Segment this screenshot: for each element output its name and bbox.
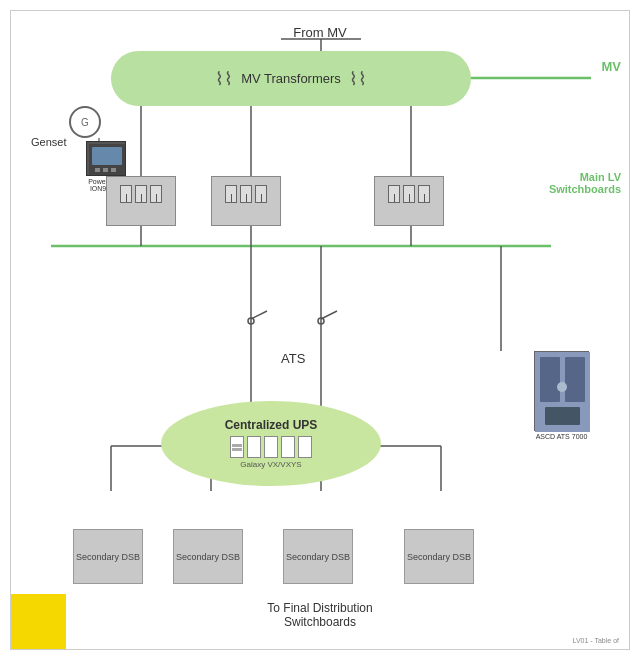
sw-box-2 [211,176,281,226]
svg-rect-33 [103,168,108,172]
ascd-label: ASCD ATS 7000 [524,433,599,440]
genset-label: Genset [31,136,66,148]
secondary-dsb-1: Secondary DSB [73,529,143,584]
powerlogic-svg [87,142,127,177]
svg-rect-37 [565,357,585,402]
sw-box-3 [374,176,444,226]
secondary-dsb-4: Secondary DSB [404,529,474,584]
main-lv-label: Main LV Switchboards [549,171,621,195]
ups-label: Centralized UPS [225,418,318,432]
ups-sub-label: Galaxy VX/VXYS [240,460,301,469]
secondary-dsb-3: Secondary DSB [283,529,353,584]
ascd-box [534,351,589,431]
svg-point-16 [248,318,254,324]
yellow-square [11,594,66,649]
from-mv-label: From MV [293,25,346,40]
sw-box-1 [106,176,176,226]
main-lv-text: Main LV [580,171,621,183]
diagram-container: From MV MV ⌇⌇ MV Transformers ⌇⌇ G Gense… [10,10,630,650]
genset-icon-label: G [81,117,89,128]
transformer-symbol-left: ⌇⌇ [215,68,233,90]
svg-rect-31 [92,147,122,165]
ups-ellipse: Centralized UPS Galaxy VX/VXYS [161,401,381,486]
page-info: LV01 - Table of [573,637,619,644]
svg-rect-34 [111,168,116,172]
svg-point-39 [557,382,567,392]
transformer-symbol-right: ⌇⌇ [349,68,367,90]
genset-icon: G [69,106,101,138]
powerlogic-device [86,141,126,176]
mv-label: MV [602,59,622,74]
mv-transformer-box: ⌇⌇ MV Transformers ⌇⌇ [111,51,471,106]
main-lv-switchboards-text: Switchboards [549,183,621,195]
svg-rect-36 [540,357,560,402]
secondary-dsb-2: Secondary DSB [173,529,243,584]
svg-rect-32 [95,168,100,172]
svg-rect-38 [545,407,580,425]
mv-transformers-label: MV Transformers [241,71,341,86]
to-final-label: To Final Distribution Switchboards [267,601,372,629]
ascd-svg [535,352,590,432]
svg-point-19 [318,318,324,324]
svg-line-17 [251,311,267,319]
ats-label: ATS [281,351,305,366]
svg-line-20 [321,311,337,319]
